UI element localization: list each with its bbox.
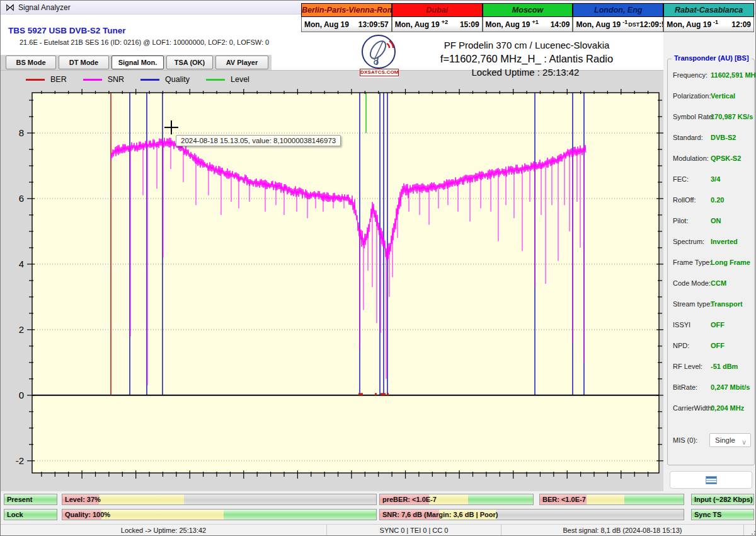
legend-item-snr: SNR: [83, 75, 124, 84]
panel-tool-button[interactable]: [670, 471, 752, 489]
site-line: PF Prodelin 370 cm / Lucenec-Slovakia: [444, 40, 610, 50]
world-clock-panel: Berlin-Paris-Vienna-Roma Mon, Aug 19 13:…: [301, 3, 754, 32]
tp-value: OFF: [711, 342, 724, 349]
clock-time: 13:09:57: [358, 20, 389, 29]
tp-label: Code Mode:: [673, 279, 711, 287]
tp-label: Polarization:: [673, 92, 711, 100]
tp-value: -51 dBm: [711, 363, 738, 370]
tp-value: 11602,591 MHz: [711, 71, 756, 79]
tab-dt-mode[interactable]: DT Mode: [59, 55, 109, 69]
tp-value: ON: [711, 217, 721, 224]
tab-bs-mode[interactable]: BS Mode: [6, 55, 56, 69]
legend-item-ber: BER: [26, 75, 67, 84]
clock-dubai: Dubai Mon, Aug 19 +2 15:09: [392, 3, 483, 32]
tp-value: 170,987 KS/s: [711, 113, 753, 120]
clock-city-label: London, Eng: [573, 3, 663, 17]
level-meter: Level: 37%: [62, 494, 377, 505]
quality-line-swatch: [140, 79, 159, 81]
transponder-panel: Transponder (AU) [BS] Frequency:11602,59…: [663, 32, 756, 491]
snr-meter: SNR: 7,6 dB (Margin: 3,6 dB | Poor): [379, 509, 684, 520]
tp-label: FEC:: [673, 175, 689, 183]
tp-label: Symbol Rate:: [673, 113, 714, 120]
clock-date: Mon, Aug 19: [667, 20, 711, 29]
tp-value: Vertical: [711, 92, 735, 100]
tp-value: 0.20: [711, 196, 724, 204]
clock-utc-offset: -1: [622, 19, 627, 25]
lock-indicator: Lock: [4, 509, 57, 520]
tp-value: Transport: [711, 300, 743, 308]
tp-label: Frame Type:: [673, 259, 712, 266]
svg-text:2: 2: [19, 324, 24, 335]
clock-date: Mon, Aug 19: [304, 20, 349, 29]
clock-date: Mon, Aug 19: [395, 20, 440, 29]
tp-value: CCM: [711, 279, 726, 287]
chart-tooltip: 2024-08-18 15.13.05, value: 8,1000003814…: [176, 135, 341, 146]
tp-label: CarrierWidth:: [673, 404, 714, 412]
tp-label: ISSYI: [673, 321, 690, 329]
status-best-signal: Best signal: 8,1 dB (2024-08-18 15:13): [501, 525, 744, 536]
level-line-swatch: [206, 79, 225, 81]
clock-time: 14:09: [551, 20, 570, 29]
locked-uptime-line: Locked Uptime : 25:13:42: [472, 67, 580, 78]
resize-grip[interactable]: [749, 528, 755, 535]
tp-value: Inverted: [711, 238, 738, 245]
dxsatcs-logo: DXSATCS.COM: [360, 35, 399, 78]
stripes-icon: [706, 476, 717, 484]
ber-line-swatch: [26, 79, 45, 81]
clock-utc-offset: +2: [442, 19, 448, 25]
preber-meter: preBER: <1.0E-7: [379, 494, 534, 505]
input-indicator: Input (~282 Kbps): [691, 494, 754, 505]
clock-time: 12:09: [731, 20, 751, 29]
tp-label: Pilot:: [673, 217, 688, 224]
snr-plot[interactable]: 86420-2: [1, 71, 663, 491]
legend-item-level: Level: [206, 75, 249, 84]
svg-text:8: 8: [19, 127, 24, 138]
signal-analyzer-window: Signal Analyzer TBS 5927 USB DVB-S2 Tune…: [0, 0, 756, 536]
clock-london: London, Eng Mon, Aug 19 -1 DST 12:09:57: [573, 3, 663, 32]
tp-label: BitRate:: [673, 383, 697, 391]
mis-dropdown[interactable]: Single ∨: [709, 433, 751, 447]
logo-text: DXSATCS.COM: [360, 69, 399, 76]
tp-value: 3/4: [711, 175, 720, 183]
satellite-dish-icon: [362, 35, 399, 70]
tab-signal-mon[interactable]: Signal Mon.: [112, 55, 164, 69]
clock-city-label: Rabat-Casablanca: [663, 3, 754, 17]
tp-value: QPSK-S2: [711, 154, 741, 162]
clock-berlin: Berlin-Paris-Vienna-Roma Mon, Aug 19 13:…: [301, 3, 392, 32]
tp-label: Frequency:: [673, 71, 707, 79]
svg-text:6: 6: [19, 193, 24, 204]
mis-row: MIS (0): Single ∨: [673, 433, 752, 447]
quality-meter: Quality: 100%: [62, 509, 377, 520]
present-indicator: Present: [4, 494, 57, 505]
tab-av-player[interactable]: AV Player: [215, 55, 268, 69]
tp-value: 0,247 Mbit/s: [711, 383, 750, 391]
clock-utc-offset: -1: [713, 19, 718, 25]
legend-item-quality: Quality: [140, 75, 190, 84]
status-sync: SYNC 0 | TEI 0 | CC 0: [327, 525, 501, 536]
tp-label: Standard:: [673, 134, 703, 141]
window-title: Signal Analyzer: [18, 3, 71, 12]
clock-time: 12:09:57: [639, 20, 663, 29]
svg-text:0: 0: [19, 390, 24, 400]
tp-label: NPD:: [673, 342, 689, 349]
tp-value: DVB-S2: [711, 134, 736, 141]
status-uptime: Locked -> Uptime: 25:13:42: [1, 525, 327, 536]
tp-label: RollOff:: [673, 196, 696, 204]
tp-value: OFF: [711, 321, 724, 329]
signal-chart-region: Locked Uptime : 25:13:42 BER SNR Quality…: [1, 70, 663, 491]
frequency-line: f=11602,760 MHz_H_ : Atlantis Radio: [440, 53, 613, 65]
tp-label: Stream type:: [673, 300, 712, 308]
clock-city-label: Berlin-Paris-Vienna-Roma: [301, 3, 392, 17]
clock-city-label: Dubai: [392, 3, 483, 17]
mode-tabstrip: BS Mode DT Mode Signal Mon. TSA (OK) AV …: [1, 55, 272, 71]
tp-value: 0,204 MHz: [711, 404, 744, 412]
clock-moscow: Moscow Mon, Aug 19 +1 14:09: [483, 3, 573, 32]
clock-time: 15:09: [460, 20, 479, 29]
snr-line-swatch: [83, 79, 102, 81]
transponder-groupbox: Transponder (AU) [BS] Frequency:11602,59…: [667, 59, 755, 465]
svg-text:-2: -2: [16, 455, 24, 466]
syncts-indicator: Sync TS: [691, 509, 754, 520]
tab-tsa[interactable]: TSA (OK): [166, 55, 213, 69]
clock-rabat: Rabat-Casablanca Mon, Aug 19 -1 12:09: [663, 3, 754, 32]
clock-city-label: Moscow: [483, 3, 573, 17]
